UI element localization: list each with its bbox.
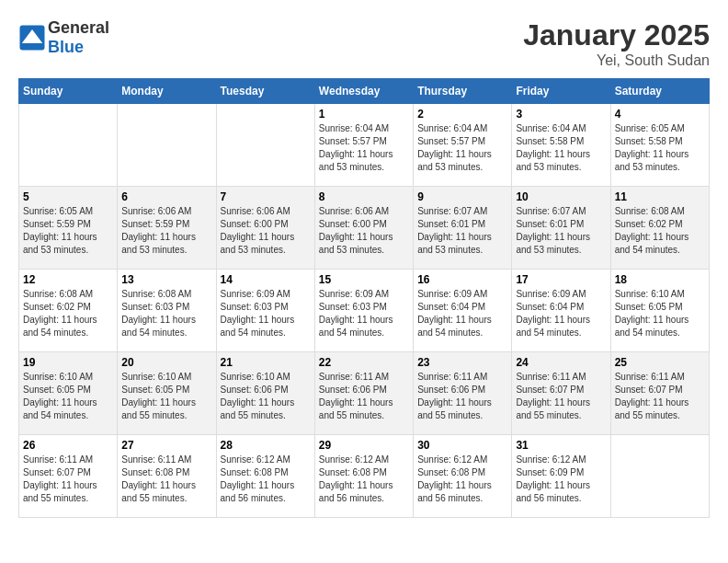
col-thursday: Thursday — [414, 79, 512, 104]
day-number-12: 12 — [23, 273, 113, 286]
calendar-cell-3-6: 25Sunrise: 6:11 AM Sunset: 6:07 PM Dayli… — [610, 352, 709, 435]
calendar-cell-1-2: 7Sunrise: 6:06 AM Sunset: 6:00 PM Daylig… — [216, 187, 314, 270]
day-info-3: Sunrise: 6:04 AM Sunset: 5:58 PM Dayligh… — [516, 122, 606, 174]
calendar-cell-3-4: 23Sunrise: 6:11 AM Sunset: 6:06 PM Dayli… — [414, 352, 512, 435]
calendar-cell-3-2: 21Sunrise: 6:10 AM Sunset: 6:06 PM Dayli… — [216, 352, 314, 435]
day-info-31: Sunrise: 6:12 AM Sunset: 6:09 PM Dayligh… — [516, 454, 606, 505]
day-number-6: 6 — [121, 190, 211, 203]
day-number-24: 24 — [516, 356, 606, 369]
day-number-11: 11 — [615, 190, 705, 203]
calendar-table: Sunday Monday Tuesday Wednesday Thursday… — [18, 78, 710, 518]
day-info-28: Sunrise: 6:12 AM Sunset: 6:08 PM Dayligh… — [221, 454, 311, 505]
day-number-31: 31 — [516, 439, 606, 452]
day-info-30: Sunrise: 6:12 AM Sunset: 6:08 PM Dayligh… — [417, 454, 507, 505]
day-info-18: Sunrise: 6:10 AM Sunset: 6:05 PM Dayligh… — [615, 288, 705, 339]
day-info-7: Sunrise: 6:06 AM Sunset: 6:00 PM Dayligh… — [221, 205, 311, 257]
day-number-26: 26 — [23, 439, 113, 452]
day-info-4: Sunrise: 6:05 AM Sunset: 5:58 PM Dayligh… — [615, 122, 705, 174]
calendar-cell-2-5: 17Sunrise: 6:09 AM Sunset: 6:04 PM Dayli… — [512, 270, 610, 352]
day-number-7: 7 — [221, 190, 311, 203]
day-info-26: Sunrise: 6:11 AM Sunset: 6:07 PM Dayligh… — [23, 454, 113, 505]
page-header: General Blue January 2025 Yei, South Sud… — [18, 18, 710, 69]
col-sunday: Sunday — [19, 79, 118, 104]
day-number-21: 21 — [221, 356, 311, 369]
calendar-cell-0-4: 2Sunrise: 6:04 AM Sunset: 5:57 PM Daylig… — [414, 104, 512, 187]
day-number-1: 1 — [319, 108, 409, 121]
calendar-cell-1-0: 5Sunrise: 6:05 AM Sunset: 5:59 PM Daylig… — [19, 187, 118, 270]
calendar-cell-2-2: 14Sunrise: 6:09 AM Sunset: 6:03 PM Dayli… — [216, 270, 314, 352]
day-info-25: Sunrise: 6:11 AM Sunset: 6:07 PM Dayligh… — [615, 371, 705, 422]
calendar-cell-4-4: 30Sunrise: 6:12 AM Sunset: 6:08 PM Dayli… — [414, 435, 512, 518]
day-info-12: Sunrise: 6:08 AM Sunset: 6:02 PM Dayligh… — [23, 288, 113, 339]
day-info-10: Sunrise: 6:07 AM Sunset: 6:01 PM Dayligh… — [516, 205, 606, 257]
calendar-cell-4-6 — [610, 435, 709, 518]
day-number-28: 28 — [221, 439, 311, 452]
day-number-25: 25 — [615, 356, 705, 369]
day-number-2: 2 — [417, 108, 507, 121]
calendar-cell-0-1 — [118, 104, 216, 187]
col-wednesday: Wednesday — [314, 79, 413, 104]
week-row-5: 26Sunrise: 6:11 AM Sunset: 6:07 PM Dayli… — [19, 435, 710, 518]
calendar-cell-1-5: 10Sunrise: 6:07 AM Sunset: 6:01 PM Dayli… — [512, 187, 610, 270]
logo-general-text: General — [48, 18, 109, 37]
day-info-27: Sunrise: 6:11 AM Sunset: 6:08 PM Dayligh… — [121, 454, 211, 505]
day-info-17: Sunrise: 6:09 AM Sunset: 6:04 PM Dayligh… — [516, 288, 606, 339]
day-info-29: Sunrise: 6:12 AM Sunset: 6:08 PM Dayligh… — [319, 454, 409, 505]
day-info-22: Sunrise: 6:11 AM Sunset: 6:06 PM Dayligh… — [319, 371, 409, 422]
day-info-8: Sunrise: 6:06 AM Sunset: 6:00 PM Dayligh… — [319, 205, 409, 257]
calendar-cell-2-4: 16Sunrise: 6:09 AM Sunset: 6:04 PM Dayli… — [414, 270, 512, 352]
day-number-9: 9 — [417, 190, 507, 203]
calendar-cell-2-6: 18Sunrise: 6:10 AM Sunset: 6:05 PM Dayli… — [610, 270, 709, 352]
day-info-2: Sunrise: 6:04 AM Sunset: 5:57 PM Dayligh… — [417, 122, 507, 174]
week-row-2: 5Sunrise: 6:05 AM Sunset: 5:59 PM Daylig… — [19, 187, 710, 270]
day-info-16: Sunrise: 6:09 AM Sunset: 6:04 PM Dayligh… — [417, 288, 507, 339]
calendar-cell-1-4: 9Sunrise: 6:07 AM Sunset: 6:01 PM Daylig… — [414, 187, 512, 270]
day-info-24: Sunrise: 6:11 AM Sunset: 6:07 PM Dayligh… — [516, 371, 606, 422]
week-row-4: 19Sunrise: 6:10 AM Sunset: 6:05 PM Dayli… — [19, 352, 710, 435]
calendar-cell-2-0: 12Sunrise: 6:08 AM Sunset: 6:02 PM Dayli… — [19, 270, 118, 352]
day-number-10: 10 — [516, 190, 606, 203]
logo-blue-text: Blue — [48, 38, 84, 56]
calendar-cell-2-3: 15Sunrise: 6:09 AM Sunset: 6:03 PM Dayli… — [314, 270, 413, 352]
header-row: Sunday Monday Tuesday Wednesday Thursday… — [19, 79, 710, 104]
day-number-3: 3 — [516, 108, 606, 121]
day-number-14: 14 — [221, 273, 311, 286]
col-tuesday: Tuesday — [216, 79, 314, 104]
calendar-cell-4-5: 31Sunrise: 6:12 AM Sunset: 6:09 PM Dayli… — [512, 435, 610, 518]
day-number-19: 19 — [23, 356, 113, 369]
title-block: January 2025 Yei, South Sudan — [523, 18, 710, 69]
day-info-19: Sunrise: 6:10 AM Sunset: 6:05 PM Dayligh… — [23, 371, 113, 422]
logo: General Blue — [18, 18, 109, 57]
calendar-cell-0-6: 4Sunrise: 6:05 AM Sunset: 5:58 PM Daylig… — [610, 104, 709, 187]
calendar-cell-4-2: 28Sunrise: 6:12 AM Sunset: 6:08 PM Dayli… — [216, 435, 314, 518]
calendar-cell-0-5: 3Sunrise: 6:04 AM Sunset: 5:58 PM Daylig… — [512, 104, 610, 187]
calendar-body: 1Sunrise: 6:04 AM Sunset: 5:57 PM Daylig… — [19, 104, 710, 518]
day-number-30: 30 — [417, 439, 507, 452]
col-monday: Monday — [118, 79, 216, 104]
calendar-cell-1-3: 8Sunrise: 6:06 AM Sunset: 6:00 PM Daylig… — [314, 187, 413, 270]
day-info-6: Sunrise: 6:06 AM Sunset: 5:59 PM Dayligh… — [121, 205, 211, 257]
calendar-cell-0-3: 1Sunrise: 6:04 AM Sunset: 5:57 PM Daylig… — [314, 104, 413, 187]
week-row-3: 12Sunrise: 6:08 AM Sunset: 6:02 PM Dayli… — [19, 270, 710, 352]
day-number-18: 18 — [615, 273, 705, 286]
day-number-20: 20 — [121, 356, 211, 369]
logo-icon — [18, 24, 46, 52]
calendar-title: January 2025 — [523, 18, 710, 52]
day-info-14: Sunrise: 6:09 AM Sunset: 6:03 PM Dayligh… — [221, 288, 311, 339]
day-number-23: 23 — [417, 356, 507, 369]
calendar-header: Sunday Monday Tuesday Wednesday Thursday… — [19, 79, 710, 104]
day-info-9: Sunrise: 6:07 AM Sunset: 6:01 PM Dayligh… — [417, 205, 507, 257]
calendar-cell-3-0: 19Sunrise: 6:10 AM Sunset: 6:05 PM Dayli… — [19, 352, 118, 435]
calendar-cell-4-1: 27Sunrise: 6:11 AM Sunset: 6:08 PM Dayli… — [118, 435, 216, 518]
day-info-21: Sunrise: 6:10 AM Sunset: 6:06 PM Dayligh… — [221, 371, 311, 422]
calendar-cell-1-6: 11Sunrise: 6:08 AM Sunset: 6:02 PM Dayli… — [610, 187, 709, 270]
calendar-cell-0-2 — [216, 104, 314, 187]
day-info-23: Sunrise: 6:11 AM Sunset: 6:06 PM Dayligh… — [417, 371, 507, 422]
calendar-cell-3-3: 22Sunrise: 6:11 AM Sunset: 6:06 PM Dayli… — [314, 352, 413, 435]
calendar-cell-4-3: 29Sunrise: 6:12 AM Sunset: 6:08 PM Dayli… — [314, 435, 413, 518]
day-number-8: 8 — [319, 190, 409, 203]
day-number-4: 4 — [615, 108, 705, 121]
day-info-11: Sunrise: 6:08 AM Sunset: 6:02 PM Dayligh… — [615, 205, 705, 257]
calendar-subtitle: Yei, South Sudan — [523, 52, 710, 69]
day-info-20: Sunrise: 6:10 AM Sunset: 6:05 PM Dayligh… — [121, 371, 211, 422]
